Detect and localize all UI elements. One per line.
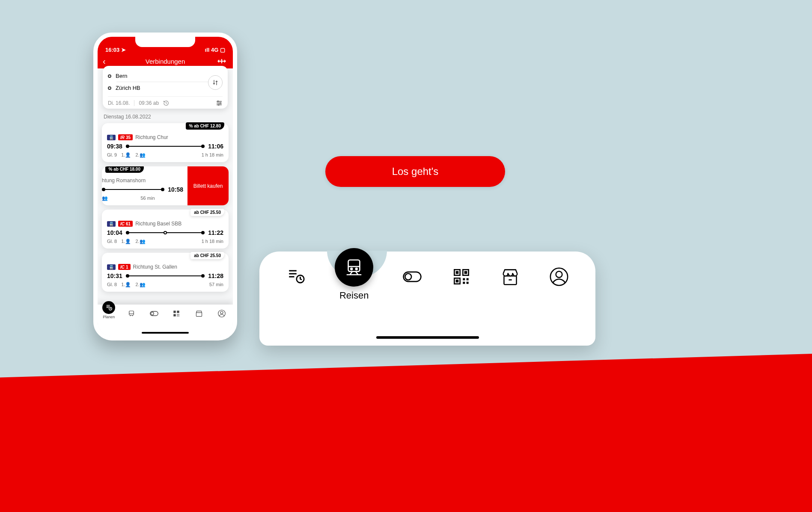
filter-icon[interactable] bbox=[216, 100, 223, 106]
nav-shop[interactable] bbox=[190, 309, 208, 318]
platform-label: Gl. 8 bbox=[107, 282, 117, 287]
svg-rect-8 bbox=[177, 311, 179, 313]
svg-rect-13 bbox=[178, 316, 179, 317]
svg-rect-7 bbox=[174, 311, 176, 313]
svg-point-35 bbox=[556, 271, 562, 278]
status-time: 16:03 ➤ bbox=[105, 47, 126, 53]
journey-search-card: Bern Zürich HB Di. 16.08. 09:36 ab bbox=[103, 66, 228, 109]
svg-point-20 bbox=[356, 268, 357, 270]
arrival-time: 11:06 bbox=[208, 143, 223, 150]
platform-label: Gl. 8 bbox=[107, 239, 117, 244]
occupancy-first: 1.👤 bbox=[121, 239, 131, 244]
nav-plan[interactable]: Planen bbox=[100, 309, 118, 319]
nav-shop[interactable] bbox=[500, 267, 520, 287]
connection-card[interactable]: % ab CHF 12.80 🚆 IR35 Richtung Chur 09:3… bbox=[102, 123, 229, 162]
svg-point-6 bbox=[151, 312, 154, 315]
train-icon: 🚆 bbox=[107, 135, 116, 140]
svg-point-19 bbox=[351, 268, 353, 270]
connection-card-swiped[interactable]: % ab CHF 18.00 chtung Romanshorn 10:58 👥… bbox=[102, 166, 229, 205]
nav-easyride[interactable] bbox=[402, 267, 422, 287]
train-icon: 🚆 bbox=[107, 221, 116, 227]
line-badge: IC61 bbox=[118, 221, 133, 227]
train-icon bbox=[335, 248, 373, 287]
arrival-time: 11:22 bbox=[208, 229, 223, 236]
nav-travel-active[interactable]: Reisen bbox=[335, 248, 373, 301]
journey-line-icon bbox=[126, 146, 205, 147]
home-indicator bbox=[376, 336, 479, 339]
sbb-logo-icon bbox=[217, 58, 228, 64]
qr-icon bbox=[452, 267, 471, 287]
connection-card[interactable]: ab CHF 25.50 🚆 IC1 Richtung St. Gallen 1… bbox=[102, 253, 229, 292]
section-date-label: Dienstag 16.08.2022 bbox=[98, 111, 233, 123]
svg-rect-14 bbox=[196, 313, 202, 317]
nav-label: Planen bbox=[103, 315, 115, 319]
toggle-icon bbox=[402, 267, 422, 287]
home-indicator bbox=[142, 332, 189, 334]
nav-plan[interactable] bbox=[286, 267, 306, 287]
occupancy-icon: 👥 bbox=[102, 195, 108, 201]
direction-label: chtung Romanshorn bbox=[102, 178, 146, 183]
qr-icon bbox=[172, 309, 181, 318]
phone-mockup: 16:03 ➤ ıll 4G ▢ ‹ Verbindungen Bern Zür… bbox=[93, 33, 237, 340]
direction-label: Richtung Chur bbox=[135, 134, 168, 140]
nav-profile[interactable] bbox=[549, 267, 569, 287]
nav-profile[interactable] bbox=[213, 309, 231, 318]
svg-rect-21 bbox=[404, 272, 421, 281]
occupancy-second: 2.👥 bbox=[135, 152, 145, 158]
to-field[interactable]: Zürich HB bbox=[108, 82, 223, 94]
from-value: Bern bbox=[116, 73, 127, 79]
connection-card[interactable]: ab CHF 25.50 🚆 IC61 Richtung Basel SBB 1… bbox=[102, 210, 229, 249]
svg-rect-10 bbox=[177, 314, 178, 315]
svg-rect-9 bbox=[174, 314, 176, 316]
price-badge: ab CHF 25.50 bbox=[190, 252, 224, 259]
destination-dot-icon bbox=[108, 86, 111, 90]
nav-tickets[interactable] bbox=[167, 309, 185, 318]
occupancy-second: 2.👥 bbox=[135, 282, 145, 287]
svg-point-16 bbox=[220, 311, 223, 314]
platform-label: Gl. 9 bbox=[107, 152, 117, 158]
phone-bottom-nav: Planen bbox=[98, 305, 233, 336]
user-icon bbox=[217, 309, 226, 318]
from-field[interactable]: Bern bbox=[108, 70, 223, 82]
schedule-icon bbox=[102, 301, 115, 314]
swap-button[interactable] bbox=[208, 75, 223, 90]
svg-rect-29 bbox=[463, 278, 465, 280]
price-badge: % ab CHF 18.00 bbox=[105, 166, 144, 173]
svg-point-2 bbox=[218, 104, 219, 106]
arrival-time: 10:58 bbox=[168, 186, 183, 193]
direction-label: Richtung St. Gallen bbox=[133, 264, 177, 270]
arrival-time: 11:28 bbox=[208, 272, 223, 279]
history-icon[interactable] bbox=[163, 100, 169, 106]
cta-label: Los geht's bbox=[392, 166, 439, 178]
duration-label: 56 min bbox=[140, 195, 155, 201]
buy-ticket-button[interactable]: Billett kaufen bbox=[187, 166, 229, 205]
nav-label: Reisen bbox=[339, 290, 369, 301]
occupancy-first: 1.👤 bbox=[121, 282, 131, 287]
departure-time: 10:04 bbox=[107, 229, 122, 236]
back-icon[interactable]: ‹ bbox=[103, 56, 106, 66]
origin-dot-icon bbox=[108, 74, 111, 78]
page-title: Verbindungen bbox=[146, 58, 185, 65]
svg-rect-26 bbox=[455, 271, 458, 274]
status-bar: 16:03 ➤ ıll 4G ▢ bbox=[98, 37, 233, 54]
shop-icon bbox=[500, 267, 520, 287]
price-badge: ab CHF 25.50 bbox=[190, 209, 224, 216]
direction-label: Richtung Basel SBB bbox=[135, 221, 181, 227]
date-time-row[interactable]: Di. 16.08. 09:36 ab bbox=[108, 96, 223, 106]
svg-rect-11 bbox=[178, 314, 179, 315]
cta-button[interactable]: Los geht's bbox=[325, 156, 505, 187]
nav-travel[interactable] bbox=[122, 309, 140, 318]
svg-point-22 bbox=[405, 274, 412, 280]
svg-rect-27 bbox=[464, 271, 467, 274]
occupancy-second: 2.👥 bbox=[135, 239, 145, 244]
journey-line-icon bbox=[126, 275, 205, 276]
shop-icon bbox=[194, 309, 204, 318]
time-value: 09:36 ab bbox=[139, 100, 159, 106]
nav-easyride[interactable] bbox=[145, 309, 163, 318]
duration-label: 1 h 18 min bbox=[202, 239, 223, 244]
schedule-icon bbox=[286, 267, 306, 287]
nav-tickets[interactable] bbox=[452, 267, 471, 287]
journey-line-icon bbox=[126, 232, 205, 233]
train-icon: 🚆 bbox=[107, 264, 116, 270]
user-icon bbox=[549, 267, 569, 287]
